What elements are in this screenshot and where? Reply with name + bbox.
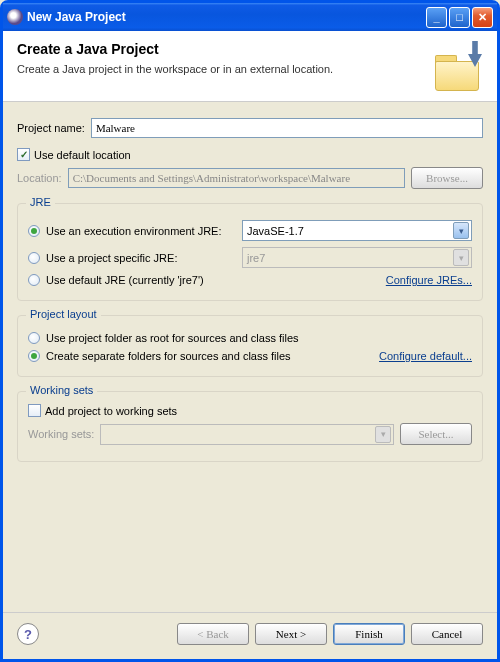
folder-import-icon xyxy=(433,41,485,93)
radio-icon xyxy=(28,225,40,237)
jre-exec-env-combo[interactable]: JavaSE-1.7 ▾ xyxy=(242,220,472,241)
layout-root-label: Use project folder as root for sources a… xyxy=(46,332,299,344)
jre-group-title: JRE xyxy=(26,196,55,208)
working-sets-label: Working sets: xyxy=(28,428,94,440)
configure-default-link[interactable]: Configure default... xyxy=(379,350,472,362)
jre-default-radio[interactable]: Use default JRE (currently 'jre7') Confi… xyxy=(28,274,472,286)
radio-icon xyxy=(28,332,40,344)
radio-icon xyxy=(28,252,40,264)
eclipse-icon xyxy=(7,9,23,25)
location-label: Location: xyxy=(17,172,62,184)
browse-button: Browse... xyxy=(411,167,483,189)
jre-project-specific-combo: jre7 ▾ xyxy=(242,247,472,268)
select-working-sets-button: Select... xyxy=(400,423,472,445)
finish-button[interactable]: Finish xyxy=(333,623,405,645)
dialog-window: New Java Project _ □ ✕ Create a Java Pro… xyxy=(0,0,500,662)
working-sets-title: Working sets xyxy=(26,384,97,396)
chevron-down-icon: ▾ xyxy=(453,249,469,266)
checkbox-icon xyxy=(28,404,41,417)
use-default-location-label: Use default location xyxy=(34,149,131,161)
layout-root-radio[interactable]: Use project folder as root for sources a… xyxy=(28,332,472,344)
configure-jres-link[interactable]: Configure JREs... xyxy=(386,274,472,286)
wizard-header: Create a Java Project Create a Java proj… xyxy=(3,31,497,102)
project-layout-group: Project layout Use project folder as roo… xyxy=(17,315,483,377)
back-button: < Back xyxy=(177,623,249,645)
add-to-working-sets-label: Add project to working sets xyxy=(45,405,177,417)
minimize-button[interactable]: _ xyxy=(426,7,447,28)
close-button[interactable]: ✕ xyxy=(472,7,493,28)
maximize-button[interactable]: □ xyxy=(449,7,470,28)
page-subtitle: Create a Java project in the workspace o… xyxy=(17,63,427,75)
project-name-input[interactable] xyxy=(91,118,483,138)
radio-icon xyxy=(28,350,40,362)
location-input xyxy=(68,168,405,188)
project-name-label: Project name: xyxy=(17,122,85,134)
jre-default-label: Use default JRE (currently 'jre7') xyxy=(46,274,380,286)
window-title: New Java Project xyxy=(27,10,426,24)
jre-project-specific-label: Use a project specific JRE: xyxy=(46,252,236,264)
titlebar[interactable]: New Java Project _ □ ✕ xyxy=(3,3,497,31)
cancel-button[interactable]: Cancel xyxy=(411,623,483,645)
jre-project-specific-radio[interactable]: Use a project specific JRE: jre7 ▾ xyxy=(28,247,472,268)
wizard-footer: ? < Back Next > Finish Cancel xyxy=(3,612,497,659)
chevron-down-icon: ▾ xyxy=(375,426,391,443)
add-to-working-sets-checkbox[interactable]: Add project to working sets xyxy=(28,404,472,417)
layout-separate-radio[interactable]: Create separate folders for sources and … xyxy=(28,350,472,362)
next-button[interactable]: Next > xyxy=(255,623,327,645)
chevron-down-icon: ▾ xyxy=(453,222,469,239)
jre-exec-env-label: Use an execution environment JRE: xyxy=(46,225,236,237)
working-sets-group: Working sets Add project to working sets… xyxy=(17,391,483,462)
jre-group: JRE Use an execution environment JRE: Ja… xyxy=(17,203,483,301)
page-title: Create a Java Project xyxy=(17,41,427,57)
layout-separate-label: Create separate folders for sources and … xyxy=(46,350,373,362)
wizard-content: Project name: ✓ Use default location Loc… xyxy=(3,102,497,612)
working-sets-combo: ▾ xyxy=(100,424,394,445)
project-layout-title: Project layout xyxy=(26,308,101,320)
use-default-location-checkbox[interactable]: ✓ Use default location xyxy=(17,148,483,161)
radio-icon xyxy=(28,274,40,286)
jre-exec-env-radio[interactable]: Use an execution environment JRE: JavaSE… xyxy=(28,220,472,241)
checkbox-icon: ✓ xyxy=(17,148,30,161)
help-icon[interactable]: ? xyxy=(17,623,39,645)
